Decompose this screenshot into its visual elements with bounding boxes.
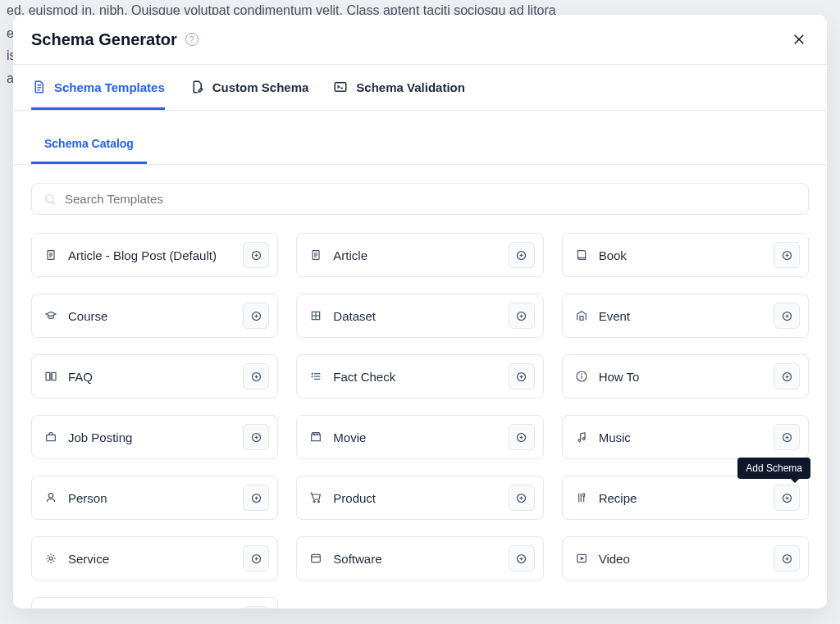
template-card[interactable]: Article - Blog Post (Default) xyxy=(31,233,278,277)
template-card[interactable]: Product xyxy=(296,476,543,520)
template-label: Recipe xyxy=(599,491,764,505)
plus-circle-icon xyxy=(781,553,793,565)
template-label: Dataset xyxy=(333,309,498,323)
close-button[interactable] xyxy=(789,30,809,49)
template-label: Person xyxy=(68,491,233,505)
template-card[interactable]: Job Posting xyxy=(31,415,278,459)
add-schema-button[interactable] xyxy=(243,303,269,329)
svg-point-71 xyxy=(48,494,52,498)
template-card[interactable]: Person xyxy=(31,476,278,520)
add-schema-button[interactable] xyxy=(774,242,800,268)
template-label: Article xyxy=(333,248,498,262)
add-schema-button[interactable] xyxy=(509,424,535,450)
template-card[interactable]: Dataset xyxy=(296,294,543,338)
document-icon xyxy=(308,248,323,262)
add-schema-button[interactable] xyxy=(774,485,800,511)
tab-schema-templates[interactable]: Schema Templates xyxy=(31,65,165,110)
cart-icon xyxy=(308,490,323,505)
plus-circle-icon xyxy=(250,431,262,444)
svg-rect-5 xyxy=(336,83,347,92)
svg-point-7 xyxy=(46,194,53,202)
template-card[interactable]: FAQ xyxy=(31,354,278,399)
template-card[interactable]: Web Page xyxy=(31,597,278,608)
tab-schema-validation[interactable]: Schema Validation xyxy=(333,65,465,110)
grid-icon xyxy=(308,308,323,323)
template-label: Job Posting xyxy=(68,430,233,444)
graduation-cap-icon xyxy=(43,308,58,323)
modal-content: Article - Blog Post (Default)ArticleBook… xyxy=(13,165,827,608)
briefcase-icon xyxy=(43,430,58,444)
add-schema-button[interactable] xyxy=(774,545,800,572)
add-schema-button[interactable] xyxy=(509,303,535,329)
template-label: Book xyxy=(599,248,764,262)
plus-circle-icon xyxy=(781,371,793,383)
add-schema-button[interactable] xyxy=(243,606,269,608)
svg-rect-56 xyxy=(47,435,56,440)
template-label: How To xyxy=(599,370,764,384)
play-icon xyxy=(574,551,589,566)
primary-tabs: Schema Templates Custom Schema Schema Va… xyxy=(13,65,827,111)
add-schema-button[interactable] xyxy=(243,363,269,389)
add-schema-button[interactable] xyxy=(774,424,800,450)
plus-circle-icon xyxy=(250,371,262,383)
add-schema-button[interactable] xyxy=(509,485,535,511)
svg-point-84 xyxy=(49,557,52,560)
gear-icon xyxy=(43,551,58,566)
template-card[interactable]: Fact Check xyxy=(296,354,543,399)
add-schema-button[interactable] xyxy=(243,242,269,268)
add-schema-button[interactable] xyxy=(509,545,535,572)
tab-label: Custom Schema xyxy=(212,80,309,94)
help-icon[interactable]: ? xyxy=(185,33,199,46)
terminal-icon xyxy=(333,80,348,94)
svg-point-76 xyxy=(318,501,320,503)
plus-circle-icon xyxy=(515,249,527,262)
svg-rect-60 xyxy=(312,435,321,440)
template-card[interactable]: Music xyxy=(562,415,809,459)
search-field[interactable] xyxy=(31,183,809,215)
plus-circle-icon xyxy=(250,310,262,322)
template-card[interactable]: How To xyxy=(562,354,809,399)
add-schema-button[interactable] xyxy=(509,363,535,389)
template-label: Software xyxy=(333,552,498,566)
template-card[interactable]: Service xyxy=(31,536,278,581)
template-card[interactable]: Software xyxy=(296,536,543,581)
document-icon xyxy=(43,248,58,262)
file-edit-icon xyxy=(189,80,204,94)
svg-line-8 xyxy=(52,201,55,203)
add-schema-button[interactable] xyxy=(243,424,269,450)
search-input[interactable] xyxy=(65,192,797,206)
tab-label: Schema Templates xyxy=(54,80,165,94)
template-grid: Article - Blog Post (Default)ArticleBook… xyxy=(31,233,809,608)
subtab-schema-catalog[interactable]: Schema Catalog xyxy=(31,124,147,164)
tab-custom-schema[interactable]: Custom Schema xyxy=(189,65,309,110)
add-schema-button[interactable] xyxy=(243,485,269,511)
template-label: Event xyxy=(599,309,764,323)
plus-circle-icon xyxy=(781,492,793,504)
template-label: Product xyxy=(333,491,498,505)
add-schema-button[interactable] xyxy=(509,242,535,268)
template-label: FAQ xyxy=(68,370,233,384)
add-schema-tooltip: Add Schema xyxy=(737,458,810,479)
template-card[interactable]: Recipe xyxy=(562,476,809,520)
template-label: Video xyxy=(599,552,764,566)
template-card[interactable]: Video xyxy=(562,536,809,581)
book-open-icon xyxy=(43,369,58,384)
plus-circle-icon xyxy=(515,371,527,383)
template-label: Movie xyxy=(333,430,498,444)
template-card[interactable]: Article xyxy=(296,233,543,277)
template-card[interactable]: Movie xyxy=(296,415,543,459)
search-icon xyxy=(43,193,57,206)
add-schema-button[interactable] xyxy=(774,303,800,329)
template-card[interactable]: Book xyxy=(562,233,809,277)
add-schema-button[interactable] xyxy=(243,545,269,572)
plus-circle-icon xyxy=(781,249,793,262)
modal-header: Schema Generator ? xyxy=(13,15,827,65)
add-schema-button[interactable] xyxy=(774,363,800,389)
plus-circle-icon xyxy=(515,310,527,322)
plus-circle-icon xyxy=(515,492,527,504)
window-icon xyxy=(308,551,323,566)
template-card[interactable]: Course xyxy=(31,294,278,338)
template-card[interactable]: Event xyxy=(562,294,809,338)
svg-point-66 xyxy=(578,440,581,442)
schema-generator-modal: Schema Generator ? Schema Templates Cust… xyxy=(13,15,827,608)
